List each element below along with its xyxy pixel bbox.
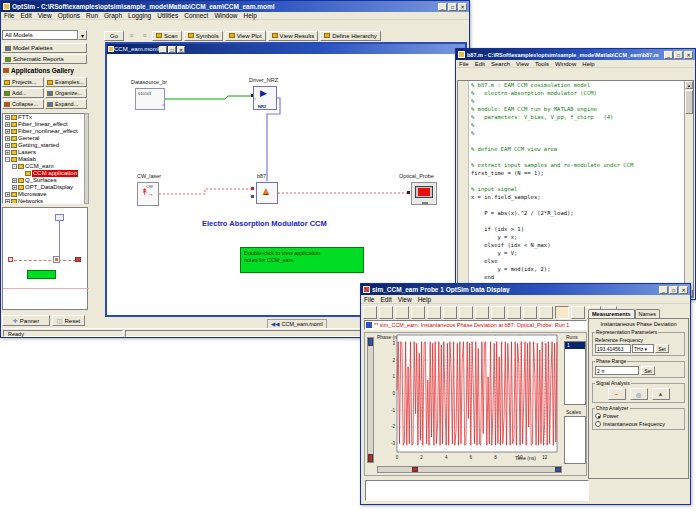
- h-slider-left-knob[interactable]: [412, 467, 418, 472]
- tree-item[interactable]: +Networks: [3, 198, 87, 204]
- zoom-tool-icon[interactable]: [91, 196, 102, 206]
- editor-menu-item[interactable]: Search: [488, 61, 513, 67]
- table-tool-icon[interactable]: [91, 152, 102, 162]
- phase-range-input[interactable]: 2 π: [595, 366, 639, 375]
- tree-item[interactable]: +Getting_started: [3, 142, 87, 149]
- menu-item[interactable]: Graph: [101, 12, 125, 19]
- editor-menu-item[interactable]: View: [513, 61, 532, 67]
- measure-4-icon[interactable]: [571, 306, 585, 319]
- tree-expand-icon[interactable]: +: [5, 192, 10, 197]
- save-all-icon[interactable]: [39, 20, 50, 31]
- open-icon[interactable]: [15, 20, 26, 31]
- probe-icon[interactable]: [91, 108, 102, 118]
- print-icon[interactable]: [51, 20, 62, 31]
- zoom-out-icon[interactable]: [135, 20, 146, 31]
- dd-minimize-button[interactable]: _: [659, 286, 668, 294]
- help-icon[interactable]: [243, 20, 254, 31]
- editor-close-button[interactable]: ✕: [684, 51, 693, 59]
- editor-menu-item[interactable]: Edit: [472, 61, 488, 67]
- editor-body[interactable]: 1% b87.m : EAM CCM cosimulation model2% …: [457, 80, 694, 298]
- save-icon[interactable]: [27, 20, 38, 31]
- lasso-icon[interactable]: [507, 306, 521, 319]
- zoom-in-icon[interactable]: [123, 20, 134, 31]
- dd-maximize-button[interactable]: □: [669, 286, 678, 294]
- menu-item[interactable]: Edit: [17, 12, 34, 19]
- set-frequency-button[interactable]: Set: [655, 344, 669, 353]
- menu-item[interactable]: Window: [211, 12, 240, 19]
- editor-minimize-button[interactable]: _: [664, 51, 673, 59]
- zoom-area-icon[interactable]: [491, 306, 505, 319]
- new-icon[interactable]: [3, 20, 14, 31]
- tree-item[interactable]: +Fiber_linear_effect: [3, 121, 87, 128]
- pan-icon[interactable]: [171, 20, 182, 31]
- editor-code[interactable]: 1% b87.m : EAM CCM cosimulation model2% …: [469, 81, 684, 297]
- tab-names[interactable]: Names: [635, 309, 660, 318]
- dd-menu-item[interactable]: Edit: [377, 296, 394, 303]
- editor-maximize-button[interactable]: □: [674, 51, 683, 59]
- tree-expand-icon[interactable]: +: [12, 185, 17, 190]
- minimize-button[interactable]: _: [438, 3, 447, 11]
- editor-menu-item[interactable]: Help: [579, 61, 597, 67]
- dd-titlebar[interactable]: sim_CCM_eam Probe 1 OptSim Data Display …: [361, 284, 690, 295]
- editor-scrollbar[interactable]: ▲ ▼: [684, 81, 693, 297]
- redo-icon[interactable]: [111, 20, 122, 31]
- unit-select[interactable]: THz ▾: [632, 344, 654, 353]
- datasource-block[interactable]: 010101 ›: [135, 88, 165, 110]
- tree-expand-icon[interactable]: +: [5, 199, 10, 204]
- collapse-button[interactable]: Collapse...: [2, 99, 44, 109]
- scroll-up-icon[interactable]: ▲: [685, 81, 693, 89]
- paste-icon[interactable]: [87, 20, 98, 31]
- target-icon[interactable]: [91, 119, 102, 129]
- schematic-canvas[interactable]: Datasource_br 010101 › Driver_NRZ ▶ NRZ …: [107, 54, 465, 315]
- copy-icon[interactable]: [513, 69, 523, 79]
- v-slider-bottom-knob[interactable]: [368, 454, 373, 462]
- dd-menu-item[interactable]: File: [361, 296, 377, 303]
- param-icon[interactable]: [91, 97, 102, 107]
- tree-item[interactable]: +Fiber_nonlinear_effect: [3, 128, 87, 135]
- tree-scrollbar[interactable]: [84, 113, 89, 204]
- v-slider-top-knob[interactable]: [368, 338, 373, 346]
- examples-button[interactable]: Examples...: [45, 77, 87, 87]
- waveform-analysis-button[interactable]: ~: [608, 388, 626, 400]
- menu-item[interactable]: Connect: [181, 12, 211, 19]
- stop-icon[interactable]: [231, 20, 242, 31]
- symbols-button[interactable]: Symbols: [184, 31, 223, 41]
- undo-icon[interactable]: [459, 306, 473, 319]
- print-icon[interactable]: [491, 69, 501, 79]
- menu-item[interactable]: File: [1, 12, 17, 19]
- list-tool-icon[interactable]: [91, 163, 102, 173]
- edit-icon[interactable]: [207, 20, 218, 31]
- menu-item[interactable]: Help: [241, 12, 260, 19]
- copy-icon[interactable]: [75, 20, 86, 31]
- redo-icon[interactable]: [546, 69, 556, 79]
- editor-menu-item[interactable]: File: [456, 61, 472, 67]
- cw-laser-block[interactable]: CW ↟ →: [137, 182, 159, 206]
- copy-icon[interactable]: [427, 306, 441, 319]
- image-tool-icon[interactable]: [91, 185, 102, 195]
- trace-selector-combo[interactable]: ** sim_CCM_eam: Instantaneous Phase Devi…: [364, 320, 587, 330]
- reference-frequency-input[interactable]: 193.414563: [595, 344, 631, 353]
- set-phase-range-button[interactable]: Set: [641, 366, 655, 375]
- runs-listbox[interactable]: 1: [564, 341, 586, 405]
- tree-item[interactable]: +OPT_DataDisplay: [3, 184, 87, 191]
- power-radio[interactable]: [595, 413, 601, 419]
- print-icon[interactable]: [411, 306, 425, 319]
- paste-icon[interactable]: [443, 306, 457, 319]
- annotation-box[interactable]: [365, 480, 589, 501]
- schematic-maximize-button[interactable]: □: [168, 46, 176, 53]
- menu-item[interactable]: Utilities: [154, 12, 181, 19]
- go-back-icon[interactable]: [363, 306, 377, 319]
- instantaneous-frequency-radio[interactable]: [595, 421, 601, 427]
- reset-button[interactable]: ◫Reset: [52, 315, 85, 326]
- scroll-thumb[interactable]: [685, 90, 693, 114]
- menu-item[interactable]: View: [35, 12, 55, 19]
- phase-plot[interactable]: 024681012-3-2-10123: [387, 333, 563, 465]
- color-tool-icon[interactable]: [91, 207, 102, 217]
- tree-expand-icon[interactable]: +: [5, 136, 10, 141]
- undo-icon[interactable]: [535, 69, 545, 79]
- tree-expand-icon[interactable]: -: [5, 157, 10, 162]
- go-forward-icon[interactable]: [379, 306, 393, 319]
- select-icon[interactable]: [91, 42, 102, 52]
- tree-item[interactable]: +FTTx: [3, 114, 87, 121]
- tree-item[interactable]: +General: [3, 135, 87, 142]
